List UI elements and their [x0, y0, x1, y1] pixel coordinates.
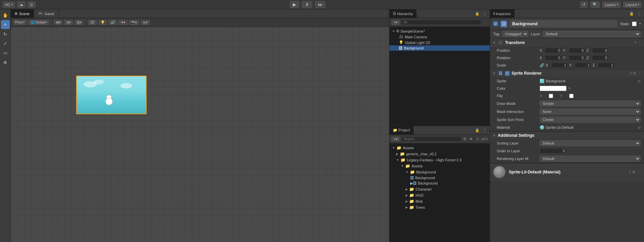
project-assets-sub[interactable]: ▼ 📁 Assets: [389, 163, 490, 169]
material-settings-button[interactable]: ⚙: [632, 170, 636, 174]
inspector-lock-button[interactable]: 🔒: [629, 11, 635, 16]
audio-button[interactable]: 🔊: [108, 20, 117, 25]
light-button[interactable]: 💡: [98, 20, 107, 25]
material-help-button[interactable]: ?: [629, 170, 631, 174]
rotation-y-input[interactable]: [569, 55, 585, 61]
project-generic-char-item[interactable]: ▶ 📁 generic_char_v0.2: [389, 151, 490, 157]
cloud-button[interactable]: ☁: [17, 1, 25, 8]
project-lock-button[interactable]: 🔒: [474, 127, 480, 133]
transform-header[interactable]: ▼ ⬡ Transform ? ⋮: [490, 39, 644, 47]
hierarchy-menu-button[interactable]: ⋮: [482, 10, 488, 17]
hierarchy-background-item[interactable]: 🖼 Background: [389, 45, 490, 51]
gizmos-button[interactable]: |||▾: [74, 20, 84, 25]
project-search-input[interactable]: [401, 136, 461, 142]
color-swatch[interactable]: [540, 86, 567, 91]
hierarchy-lock-button[interactable]: 🔒: [474, 11, 480, 16]
sprite-sort-point-select[interactable]: Center: [540, 117, 641, 123]
search-button[interactable]: 🔍: [590, 1, 600, 8]
project-trees-item[interactable]: ▶ 📁 Trees: [389, 204, 490, 210]
position-z-input[interactable]: [592, 48, 609, 53]
transform-help-button[interactable]: ?: [634, 41, 636, 45]
layer-select[interactable]: Default: [543, 31, 641, 37]
layout-button[interactable]: Layout ▾: [623, 2, 641, 8]
inspector-menu-button[interactable]: ⋮: [636, 10, 642, 17]
fx-button[interactable]: ✦▾: [118, 20, 127, 25]
unity-button[interactable]: ◎: [28, 1, 36, 8]
undo-button[interactable]: ↺: [580, 1, 588, 8]
scale-tool-button[interactable]: ⤢: [1, 39, 10, 48]
project-assets-root[interactable]: ▼ 📁 Assets: [389, 145, 490, 151]
object-enabled-checkbox[interactable]: ✓: [493, 22, 498, 26]
hierarchy-scene-item[interactable]: ▼ ⧉ SampleScene*: [389, 28, 490, 34]
tabs-more-button[interactable]: ⋮: [380, 11, 389, 16]
tab-project[interactable]: 📁 Project: [389, 126, 414, 134]
grid-button[interactable]: ⊞▾: [54, 20, 63, 25]
pause-button[interactable]: ⏸: [302, 1, 312, 8]
position-y-input[interactable]: [569, 48, 585, 53]
position-x-input[interactable]: [545, 48, 562, 53]
sorting-layer-select[interactable]: Default: [540, 140, 641, 146]
camera-button[interactable]: 📷▾: [129, 20, 139, 25]
hierarchy-add-button[interactable]: +▾: [391, 20, 400, 25]
project-bg-file-2[interactable]: ▶🖼 Background: [389, 180, 490, 186]
step-button[interactable]: ⏭: [315, 1, 325, 8]
sprite-renderer-header[interactable]: ▼ 🖼 ✓ Sprite Renderer ? ⚙ ⋮: [490, 69, 644, 77]
material-more-button[interactable]: ⋮: [637, 170, 641, 174]
project-menu-button[interactable]: ⋮: [482, 127, 488, 133]
pivot-button[interactable]: Pivot ▾: [13, 20, 27, 25]
hierarchy-light-item[interactable]: 💡 Global Light 2D: [389, 40, 490, 45]
additional-settings-header[interactable]: ▼ Additional Settings: [490, 131, 644, 139]
hierarchy-search-input[interactable]: [401, 20, 481, 25]
snap-button[interactable]: ⊟▾: [64, 20, 73, 25]
play-button[interactable]: ▶: [290, 1, 299, 8]
static-checkbox[interactable]: [632, 22, 637, 26]
account-button[interactable]: HC ▾: [3, 2, 15, 8]
project-bg-folder[interactable]: ▼ 📁 Background: [389, 169, 490, 175]
flip-y-checkbox[interactable]: [569, 94, 574, 98]
tab-inspector[interactable]: ℹ Inspector: [490, 9, 515, 18]
hand-tool-button[interactable]: ✋: [1, 11, 10, 19]
color-picker-button[interactable]: ✎: [568, 86, 571, 91]
transform-more-button[interactable]: ⋮: [638, 41, 641, 45]
2d-button[interactable]: 2D: [88, 20, 97, 25]
move-tool-button[interactable]: ✛: [1, 20, 10, 29]
flip-x-checkbox[interactable]: [549, 94, 553, 98]
rotation-z-input[interactable]: [592, 55, 609, 61]
sprite-renderer-enabled-checkbox[interactable]: ✓: [505, 71, 509, 76]
hierarchy-more-button[interactable]: ⋮: [482, 19, 488, 26]
draw-mode-select[interactable]: Simple: [540, 100, 641, 107]
rect-tool-button[interactable]: ▭: [1, 48, 10, 57]
tab-hierarchy[interactable]: ☰ Hierarchy: [389, 9, 417, 18]
object-name-field[interactable]: [510, 20, 617, 27]
scene-viewport[interactable]: [11, 27, 389, 242]
mask-interaction-select[interactable]: None: [540, 109, 641, 115]
sprite-renderer-more-button[interactable]: ⋮: [638, 71, 641, 76]
layers-button[interactable]: Layers ▾: [602, 2, 621, 8]
proj-fav-btn[interactable]: ★: [469, 136, 474, 142]
project-mob-item[interactable]: ▶ 📁 Mob: [389, 198, 490, 204]
rotate-tool-button[interactable]: ↻: [1, 30, 10, 38]
sprite-select-button[interactable]: ⊙: [638, 79, 641, 83]
hierarchy-camera-item[interactable]: 🎥 Main Camera: [389, 34, 490, 40]
tab-scene[interactable]: ⧉ Scene: [11, 9, 34, 18]
gizmos2-button[interactable]: ◎▾: [141, 20, 150, 25]
transform-tool-button[interactable]: ⊕: [1, 58, 10, 67]
scale-x-input[interactable]: [551, 63, 568, 68]
tag-select[interactable]: Untagged: [502, 31, 528, 37]
global-button[interactable]: 🌐 Global ▾: [28, 20, 49, 25]
sprite-renderer-help-button[interactable]: ?: [630, 71, 632, 75]
project-legacy-item[interactable]: ▼ 📁 Legacy-Fantasy - High Forest 2.3: [389, 157, 490, 163]
rendering-layer-select[interactable]: Default: [540, 156, 641, 162]
sprite-renderer-settings-button[interactable]: ⚙: [633, 71, 636, 76]
project-bg-file-1[interactable]: 🖼 Background: [389, 175, 490, 180]
project-character-item[interactable]: ▶ 📁 Character: [389, 186, 490, 192]
project-add-button[interactable]: +▾: [391, 136, 400, 142]
material-select-button[interactable]: ⊙: [638, 125, 641, 130]
proj-warning-btn[interactable]: ⚠: [475, 136, 480, 142]
project-hud-item[interactable]: ▶ 📁 HUD: [389, 192, 490, 198]
proj-grid-btn[interactable]: ⊞: [463, 136, 467, 142]
scale-z-input[interactable]: [598, 63, 615, 68]
tab-game[interactable]: 🎮 Game: [34, 9, 59, 18]
scale-y-input[interactable]: [575, 63, 591, 68]
order-in-layer-input[interactable]: [540, 148, 567, 154]
